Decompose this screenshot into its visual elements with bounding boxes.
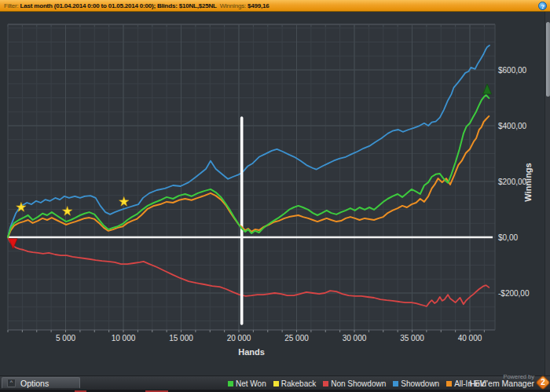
legend-label: Showdown — [401, 379, 439, 388]
legend-label: Non Showdown — [331, 379, 386, 388]
winnings-graph[interactable]: 5 00010 00015 00020 00025 00030 00035 00… — [0, 0, 550, 392]
winnings-value: $499,16 — [248, 2, 270, 9]
legend-item-showdown[interactable]: Showdown — [393, 379, 439, 388]
vertical-scrollbar[interactable] — [544, 12, 550, 376]
filter-bar: Filter: Last month (01.04.2014 0:00 to 0… — [0, 0, 550, 12]
filter-value: Last month (01.04.2014 0:00 to 01.05.201… — [20, 2, 217, 9]
x-tick-label: 5 000 — [56, 334, 75, 343]
legend-item-rakeback[interactable]: Rakeback — [273, 379, 316, 388]
legend-swatch — [273, 381, 279, 387]
brand-badge-icon: 2 — [535, 375, 550, 390]
legend-item-non-showdown[interactable]: Non Showdown — [323, 379, 386, 388]
x-tick-label: 40 000 — [458, 334, 482, 343]
legend-swatch — [323, 381, 328, 387]
legend-label: Rakeback — [281, 379, 316, 388]
x-tick-label: 25 000 — [284, 334, 309, 343]
x-tick-label: 30 000 — [343, 334, 367, 343]
scrollbar-thumb[interactable] — [546, 22, 550, 97]
legend-item-net-won[interactable]: Net Won — [228, 379, 266, 388]
y-tick-label: $600,00 — [498, 66, 527, 75]
footer-bar: ^ Options Net WonRakebackNon ShowdownSho… — [0, 376, 550, 390]
options-button[interactable]: ^ Options — [2, 377, 80, 389]
powered-by: Powered by Hold'em Manager — [469, 373, 534, 387]
y-axis-title: Winnings — [523, 163, 533, 201]
help-icon[interactable]: ? — [538, 2, 547, 10]
y-tick-label: $0,00 — [498, 233, 518, 242]
x-tick-label: 15 000 — [169, 334, 193, 343]
legend-swatch — [228, 381, 233, 387]
chevron-up-icon: ^ — [7, 379, 16, 387]
x-tick-label: 10 000 — [112, 334, 136, 343]
brand-name: Hold'em Manager — [469, 380, 534, 387]
legend-label: Net Won — [236, 379, 266, 388]
options-label: Options — [20, 379, 49, 388]
y-tick-label: $400,00 — [498, 122, 527, 130]
x-tick-label: 20 000 — [227, 334, 251, 343]
y-tick-label: -$200,00 — [498, 289, 530, 298]
winnings-label: Winnings: — [220, 2, 246, 9]
legend-swatch — [393, 381, 398, 387]
x-tick-label: 35 000 — [400, 334, 424, 343]
x-axis-title: Hands — [238, 347, 265, 357]
legend-swatch — [446, 381, 452, 387]
filter-label: Filter: — [4, 2, 19, 9]
chart-legend: Net WonRakebackNon ShowdownShowdownAll-I… — [228, 376, 485, 390]
